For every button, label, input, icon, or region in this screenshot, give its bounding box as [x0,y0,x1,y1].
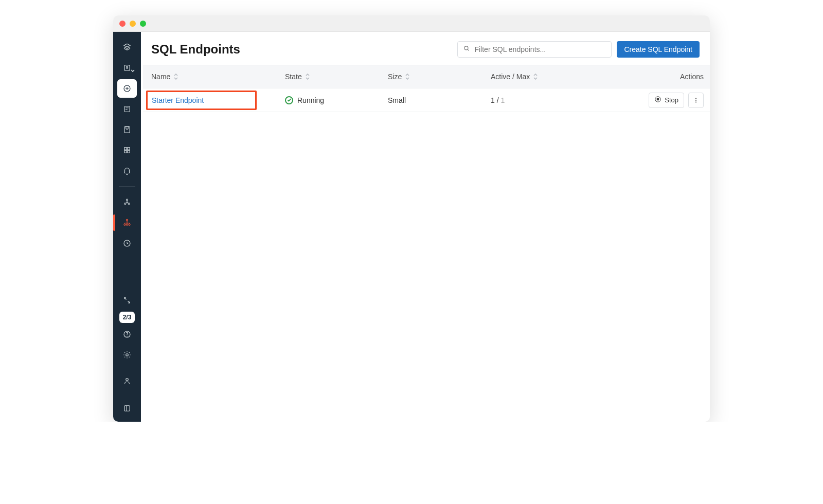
queries-icon[interactable] [117,100,137,118]
more-actions-button[interactable] [688,93,704,108]
search-icon [463,45,470,54]
create-endpoint-button[interactable]: Create SQL Endpoint [617,41,700,58]
app-window: 2/3 SQL Endpoints [113,15,710,422]
endpoints-table: Name State Size [143,65,710,112]
active-max-value: 1 / 1 [491,96,632,104]
alerts-icon[interactable] [117,161,137,180]
svg-point-19 [126,379,129,381]
running-status-icon [285,96,293,104]
stop-label: Stop [665,96,678,104]
search-box[interactable] [457,41,612,58]
state-value: Running [297,96,324,104]
col-name-label: Name [151,73,170,81]
col-size-label: Size [388,73,402,81]
svg-rect-2 [124,106,130,112]
expand-icon[interactable] [117,291,137,310]
svg-point-10 [128,203,130,205]
table-row: Starter Endpoint Running Small 1 / 1 [143,88,710,112]
sidebar-divider [119,186,135,187]
apps-icon[interactable] [117,141,137,159]
endpoints-icon[interactable] [117,213,137,232]
sidebar: 2/3 [113,32,141,422]
sort-icon [405,74,410,80]
svg-point-12 [124,224,126,225]
window-minimize-button[interactable] [130,21,136,27]
dashboards-icon[interactable] [117,120,137,139]
svg-rect-4 [124,148,127,150]
col-active-max-label: Active / Max [491,73,530,81]
svg-rect-6 [124,151,127,153]
svg-rect-5 [128,148,130,150]
sort-icon [533,74,538,80]
help-icon[interactable] [117,325,137,344]
svg-point-17 [127,336,128,336]
svg-point-25 [695,100,696,101]
svg-point-21 [464,46,468,50]
add-button[interactable] [117,79,137,98]
page-title: SQL Endpoints [151,42,240,57]
col-state-label: State [285,73,302,81]
svg-point-24 [695,98,696,99]
table-header-row: Name State Size [143,65,710,88]
main-content: SQL Endpoints Create SQL Endpoint Name [141,32,710,422]
sort-icon [173,74,178,80]
col-name[interactable]: Name [151,73,285,81]
col-actions-label: Actions [680,73,704,81]
panel-toggle-icon[interactable] [117,399,137,418]
stop-icon [654,96,661,104]
svg-point-14 [129,224,130,225]
svg-rect-7 [128,151,130,153]
sql-s-icon[interactable] [117,59,137,77]
history-icon[interactable] [117,234,137,253]
stop-button[interactable]: Stop [649,93,684,108]
size-value: Small [388,96,491,104]
data-icon[interactable] [117,193,137,211]
quota-indicator[interactable]: 2/3 [119,312,135,323]
logo-icon[interactable] [117,38,137,57]
svg-rect-3 [124,127,130,133]
window-maximize-button[interactable] [140,21,146,27]
col-active-max[interactable]: Active / Max [491,73,632,81]
highlight-annotation: Starter Endpoint [146,91,257,110]
svg-point-9 [124,203,126,205]
sort-icon [305,74,310,80]
svg-rect-20 [124,406,130,411]
svg-point-11 [127,219,128,221]
col-actions: Actions [632,73,704,81]
account-icon[interactable] [117,371,137,390]
titlebar [113,15,710,32]
window-close-button[interactable] [119,21,126,27]
svg-point-26 [695,101,696,102]
search-input[interactable] [474,45,606,53]
svg-point-13 [127,224,128,225]
page-header: SQL Endpoints Create SQL Endpoint [141,32,710,65]
settings-icon[interactable] [117,346,137,364]
col-size[interactable]: Size [388,73,491,81]
svg-rect-23 [657,98,659,100]
svg-point-18 [126,354,129,356]
endpoint-name-link[interactable]: Starter Endpoint [152,96,204,104]
svg-point-8 [127,199,128,201]
svg-rect-0 [124,65,130,71]
col-state[interactable]: State [285,73,388,81]
